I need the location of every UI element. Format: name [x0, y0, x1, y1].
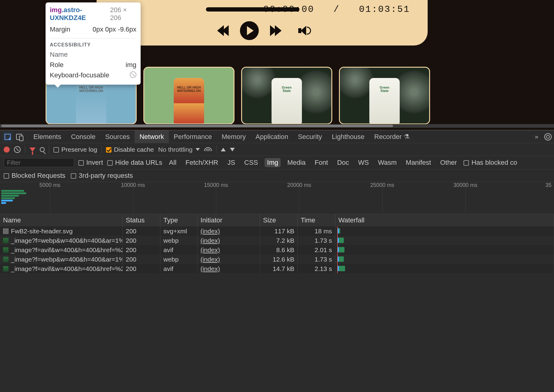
export-har-button[interactable]	[230, 148, 235, 151]
blocked-requests-checkbox[interactable]: Blocked Requests	[4, 172, 65, 180]
tab-network[interactable]: Network	[135, 130, 169, 143]
network-filter-bar-2: Blocked Requests 3rd-party requests	[0, 170, 554, 182]
tab-lighthouse[interactable]: Lighthouse	[327, 130, 369, 143]
device-toolbar-button[interactable]	[14, 132, 24, 142]
table-header: Name Status Type Initiator Size Time Wat…	[0, 214, 554, 226]
network-toolbar: Preserve log Disable cache No throttling	[0, 143, 554, 156]
table-row[interactable]: _image?f=avif&w=400&h=400&href=%2Fima…20…	[0, 264, 554, 273]
type-other[interactable]: Other	[438, 158, 459, 167]
volume-button[interactable]	[295, 23, 310, 38]
waterfall-cell	[335, 236, 554, 245]
can-image: HELL OR HIGH WATERMELON	[76, 78, 106, 123]
record-button[interactable]	[4, 147, 10, 153]
col-name[interactable]: Name	[0, 214, 123, 226]
col-type[interactable]: Type	[160, 214, 197, 226]
tooltip-name-label: Name	[50, 51, 68, 59]
gallery-thumb[interactable]: Green State	[241, 67, 332, 124]
player-time: 00:00:00 / 01:03:51	[263, 4, 410, 15]
tab-memory[interactable]: Memory	[217, 130, 251, 143]
tab-application[interactable]: Application	[251, 130, 293, 143]
tooltip-selector: img.astro-UXNKDZ4E	[50, 6, 110, 22]
scrollbar-thumb[interactable]	[1, 125, 393, 127]
request-initiator[interactable]: (index)	[200, 256, 220, 263]
type-js[interactable]: JS	[225, 158, 238, 167]
hide-data-urls-checkbox[interactable]: Hide data URLs	[107, 159, 162, 167]
waterfall-cell	[335, 255, 554, 264]
type-fetch-xhr[interactable]: Fetch/XHR	[183, 158, 221, 167]
play-button[interactable]	[240, 21, 259, 40]
request-size: 117 kB	[260, 226, 298, 236]
type-css[interactable]: CSS	[242, 158, 260, 167]
tooltip-kbf-label: Keyboard-focusable	[50, 71, 109, 79]
request-size: 8.6 kB	[260, 245, 298, 255]
page-horizontal-scrollbar[interactable]	[0, 124, 554, 128]
filter-toggle-button[interactable]	[29, 147, 36, 152]
search-button[interactable]	[40, 147, 45, 152]
network-request-table: Name Status Type Initiator Size Time Wat…	[0, 214, 554, 392]
type-img[interactable]: Img	[265, 158, 281, 167]
tooltip-role-label: Role	[50, 61, 63, 69]
inspector-tooltip: img.astro-UXNKDZ4E 206 × 206 Margin 0px …	[46, 2, 141, 85]
network-conditions-button[interactable]	[204, 147, 212, 152]
type-font[interactable]: Font	[312, 158, 330, 167]
more-tabs-button[interactable]: »	[532, 133, 541, 140]
tab-elements[interactable]: Elements	[29, 130, 66, 143]
forward-icon	[272, 25, 282, 36]
tooltip-dimensions: 206 × 206	[110, 6, 136, 22]
inspect-element-button[interactable]	[2, 132, 13, 142]
devtools-tabstrip: Elements Console Sources Network Perform…	[0, 130, 554, 143]
third-party-requests-checkbox[interactable]: 3rd-party requests	[71, 172, 133, 180]
request-time: 1.73 s	[298, 255, 335, 264]
request-type: avif	[160, 245, 197, 255]
forward-button[interactable]	[269, 23, 284, 38]
tooltip-margin-label: Margin	[50, 25, 70, 33]
import-har-button[interactable]	[221, 148, 226, 151]
type-doc[interactable]: Doc	[335, 158, 351, 167]
table-row[interactable]: _image?f=avif&w=400&h=400&href=%2Fima…20…	[0, 245, 554, 255]
has-blocked-cookies-checkbox[interactable]: Has blocked co	[463, 159, 517, 167]
tooltip-role-value: img	[126, 61, 136, 69]
clear-button[interactable]	[14, 146, 21, 153]
table-row[interactable]: FwB2-site-header.svg200svg+xml(index)117…	[0, 226, 554, 236]
request-name: _image?f=webp&w=400&h=400&ar=1%3A1&…	[11, 256, 123, 263]
type-all[interactable]: All	[166, 158, 179, 167]
request-initiator[interactable]: (index)	[200, 228, 220, 235]
file-type-icon	[3, 266, 9, 272]
col-initiator[interactable]: Initiator	[197, 214, 260, 226]
request-time: 1.73 s	[298, 236, 335, 245]
invert-checkbox[interactable]: Invert	[78, 159, 103, 167]
col-size[interactable]: Size	[260, 214, 298, 226]
player-controls	[214, 21, 310, 40]
request-initiator[interactable]: (index)	[200, 265, 220, 272]
type-media[interactable]: Media	[285, 158, 308, 167]
table-row[interactable]: _image?f=webp&w=400&h=400&ar=1%3A1&…200w…	[0, 236, 554, 245]
request-initiator[interactable]: (index)	[200, 237, 220, 244]
type-manifest[interactable]: Manifest	[403, 158, 433, 167]
tab-performance[interactable]: Performance	[169, 130, 217, 143]
tab-console[interactable]: Console	[66, 130, 101, 143]
request-initiator[interactable]: (index)	[200, 246, 220, 254]
network-timeline[interactable]: 5000 ms 10000 ms 15000 ms 20000 ms 25000…	[0, 182, 554, 214]
request-status: 200	[123, 245, 160, 255]
tab-security[interactable]: Security	[293, 130, 327, 143]
rewind-icon	[217, 25, 227, 36]
tab-recorder[interactable]: Recorder ⚗	[369, 130, 415, 143]
table-row[interactable]: _image?f=webp&w=400&h=400&ar=1%3A1&…200w…	[0, 255, 554, 264]
tab-sources[interactable]: Sources	[100, 130, 135, 143]
col-status[interactable]: Status	[123, 214, 160, 226]
col-waterfall[interactable]: Waterfall	[335, 214, 554, 226]
type-ws[interactable]: WS	[356, 158, 371, 167]
filter-input[interactable]	[4, 158, 74, 167]
preserve-log-checkbox[interactable]: Preserve log	[53, 146, 97, 153]
disable-cache-checkbox[interactable]: Disable cache	[106, 146, 154, 153]
gallery-thumb[interactable]: HELL OR HIGH WATERMELON	[143, 67, 234, 124]
request-size: 7.2 kB	[260, 236, 298, 245]
settings-button[interactable]	[544, 133, 552, 140]
request-time: 18 ms	[298, 226, 335, 236]
throttling-select[interactable]: No throttling	[158, 146, 200, 153]
col-time[interactable]: Time	[298, 214, 335, 226]
gallery-thumb[interactable]: Green State	[339, 67, 430, 124]
type-wasm[interactable]: Wasm	[376, 158, 399, 167]
request-time: 2.13 s	[298, 264, 335, 273]
rewind-button[interactable]	[214, 23, 230, 38]
